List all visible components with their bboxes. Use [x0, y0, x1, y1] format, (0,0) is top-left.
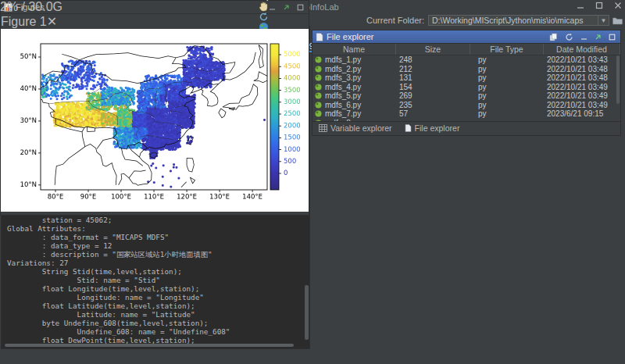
float-panel-icon[interactable] — [595, 34, 602, 41]
python-file-icon — [315, 84, 322, 91]
column-header-file-type[interactable]: File Type — [470, 44, 544, 55]
maximize-button[interactable] — [595, 2, 603, 9]
python-file-icon — [315, 56, 322, 63]
rotate-tool-icon[interactable] — [259, 12, 269, 22]
tab-label: File explorer — [415, 123, 460, 133]
console-line: station = 45062; — [7, 216, 309, 224]
console-line: byte Undefine_608(time,level,station); — [7, 319, 309, 327]
figures-panel: Figures Figure 1✕ — [0, 0, 309, 216]
file-row-mdfs_7.py[interactable]: mdfs_7.py57py2023/6/21 09:15 — [312, 109, 620, 119]
minimize-panel-icon[interactable] — [269, 4, 276, 11]
file-icon — [405, 124, 412, 132]
browse-folder-button[interactable] — [612, 16, 623, 25]
file-table-rows: mdfs_1.py248py2022/10/21 03:43mdfs_2.py2… — [312, 55, 620, 121]
python-file-icon — [315, 110, 322, 117]
console-line: String Stid(time,level,station); — [7, 267, 309, 276]
python-file-icon — [315, 102, 322, 109]
console-line: Longitude: name = "Longitude" — [7, 293, 309, 302]
refresh-icon[interactable] — [565, 33, 573, 41]
maximize-panel-icon[interactable] — [609, 34, 616, 41]
python-file-icon — [315, 92, 322, 99]
python-file-icon — [315, 120, 322, 121]
console-horizontal-scrollbar[interactable] — [5, 344, 294, 347]
console-vertical-scrollbar[interactable] — [305, 285, 309, 340]
console-line: Global Attributes: — [7, 224, 309, 233]
figure-area — [1, 29, 309, 215]
explorer-tab-bar: Variable explorer File explorer — [312, 121, 620, 134]
memory-usage-text: 2% / 30.0G — [0, 0, 62, 13]
console-line: Undefine_608: name = "Undefine_608" — [7, 327, 309, 336]
file-explorer-panel: File explorer NameSizeFile TypeDate Modi… — [312, 30, 621, 136]
memory-usage-cell: 2% / 30.0G — [0, 0, 62, 14]
minimize-button[interactable] — [577, 2, 584, 9]
tab-label: Variable explorer — [330, 123, 392, 133]
figure-canvas[interactable] — [1, 29, 309, 212]
pan-tool-icon[interactable] — [259, 2, 268, 12]
tab-file-explorer[interactable]: File explorer — [398, 122, 466, 135]
file-row-mdfs_4.py[interactable]: mdfs_4.py154py2022/10/21 03:49 — [312, 83, 620, 92]
console-line: : data_type = 12 — [7, 241, 309, 250]
file-explorer-titlebar: File explorer — [312, 30, 620, 44]
minimize-panel-icon[interactable] — [580, 34, 588, 41]
status-bar: 2% / 30.0G — [0, 0, 62, 14]
current-folder-combobox[interactable]: D:\Working\MIScript\Jython\mis\io\micaps… — [428, 15, 609, 26]
grid-icon — [319, 124, 327, 132]
file-row-mdfs_1.py[interactable]: mdfs_1.py248py2022/10/21 03:43 — [312, 55, 620, 65]
console-line: float Longitude(time,level,station); — [7, 284, 309, 293]
python-file-icon — [315, 66, 322, 73]
file-icon — [316, 33, 323, 41]
file-table-header[interactable]: NameSizeFile TypeDate Modified — [312, 44, 620, 55]
python-file-icon — [315, 74, 322, 81]
console-line: Variations: 27 — [7, 259, 309, 267]
file-row-mdfs_5.py[interactable]: mdfs_5.py269py2022/10/21 03:49 — [312, 91, 620, 101]
maximize-panel-icon[interactable] — [297, 4, 304, 11]
current-folder-value: D:\Working\MIScript\Jython\mis\io\micaps — [429, 16, 598, 25]
console-line: : data_format = "MICAPS MDFS" — [7, 233, 309, 241]
copy-path-icon[interactable] — [549, 33, 558, 41]
console-line: Latitude: name = "Latitude" — [7, 310, 309, 319]
file-row-mdfs_6.py[interactable]: mdfs_6.py235py2022/10/21 03:49 — [312, 101, 620, 110]
file-table-scrollbar[interactable] — [616, 55, 620, 104]
float-panel-icon[interactable] — [283, 4, 290, 11]
column-header-date-modified[interactable]: Date Modified — [544, 44, 620, 55]
tab-label: Figure 1 — [1, 15, 47, 28]
file-row-mdfs_3.py[interactable]: mdfs_3.py131py2022/10/21 03:48 — [312, 73, 620, 83]
file-row-mdfs_2.py[interactable]: mdfs_2.py212py2022/10/21 03:48 — [312, 65, 620, 74]
current-folder-label: Current Folder: — [366, 16, 424, 25]
column-header-name[interactable]: Name — [312, 44, 396, 55]
close-button[interactable] — [614, 2, 622, 9]
console-line: : description = "国家站区域站1小时地面填图" — [7, 250, 309, 259]
console-line: Stid: name = "Stid" — [7, 276, 309, 284]
file-explorer-title: File explorer — [327, 32, 549, 41]
console-line: float Latitude(time,level,station); — [7, 302, 309, 310]
file-row-mdfs_8.py[interactable]: mdfs_8.py — [312, 119, 620, 122]
chevron-down-icon[interactable]: ▼ — [598, 16, 609, 25]
close-icon[interactable]: ✕ — [47, 15, 57, 28]
tab-variable-explorer[interactable]: Variable explorer — [312, 122, 398, 135]
column-header-size[interactable]: Size — [396, 44, 470, 55]
